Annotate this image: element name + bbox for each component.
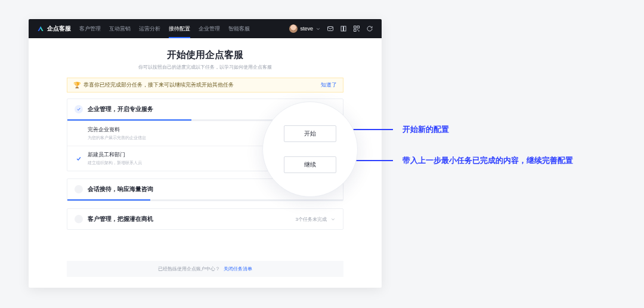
- close-tasks-link[interactable]: 关闭任务清单: [224, 266, 252, 272]
- section-header[interactable]: 客户管理，把握潜在商机 3个任务未完成: [67, 209, 343, 229]
- section-progress: [67, 199, 343, 201]
- mag-continue-button[interactable]: 继续: [284, 156, 336, 173]
- notice-banner: 🏆 恭喜你已经完成部分任务，接下来可以继续完善或开始其他任务 知道了: [67, 78, 343, 93]
- mail-icon[interactable]: [327, 25, 334, 32]
- svg-rect-4: [357, 26, 360, 29]
- section-title: 企业管理，开启专业服务: [88, 105, 153, 113]
- avatar: [289, 24, 298, 33]
- annotation-text: 开始新的配置: [402, 124, 449, 135]
- mag-start-button[interactable]: 开始: [284, 125, 336, 142]
- footer-strip: 已经熟练使用企点账户中心？ 关闭任务清单: [67, 261, 343, 277]
- chevron-down-icon: [315, 26, 321, 32]
- expand-toggle[interactable]: 3个任务未完成: [296, 216, 336, 223]
- task-unchecked-icon: ✓: [75, 130, 83, 138]
- section-title: 客户管理，把握潜在商机: [88, 215, 153, 223]
- user-name: steve: [300, 26, 313, 32]
- refresh-icon[interactable]: [366, 25, 373, 32]
- nav-item-customers[interactable]: 客户管理: [79, 19, 101, 38]
- chevron-down-icon: [330, 217, 336, 222]
- book-icon[interactable]: [340, 25, 347, 32]
- svg-rect-5: [354, 29, 357, 32]
- annotation-continue: 带入上一步最小任务已完成的内容，继续完善配置: [338, 155, 573, 166]
- section-meta: 3个任务未完成: [296, 216, 327, 223]
- nav-item-smart[interactable]: 智能客服: [228, 19, 250, 38]
- task-checked-icon: [75, 155, 83, 163]
- brand: 企点客服: [37, 24, 71, 33]
- section-customer-mgmt: 客户管理，把握潜在商机 3个任务未完成: [67, 208, 343, 230]
- brand-logo-icon: [37, 25, 44, 32]
- svg-rect-6: [357, 29, 358, 30]
- svg-rect-3: [354, 26, 357, 29]
- magnifier-callout: 开始 继续: [262, 101, 358, 197]
- page-title: 开始使用企点客服: [167, 49, 243, 61]
- annotation-text: 带入上一步最小任务已完成的内容，继续完善配置: [402, 155, 573, 166]
- footer-prompt: 已经熟练使用企点账户中心？: [158, 266, 220, 272]
- user-menu[interactable]: steve: [289, 24, 321, 33]
- nav-item-reception[interactable]: 接待配置: [169, 19, 190, 38]
- empty-circle-icon: [75, 215, 83, 223]
- page-subtitle: 你可以按照自己的进度完成以下任务，以学习如何使用企点客服: [138, 64, 272, 70]
- svg-rect-7: [358, 30, 360, 32]
- brand-name: 企点客服: [47, 24, 71, 33]
- svg-rect-1: [341, 26, 343, 31]
- trophy-icon: 🏆: [73, 82, 80, 88]
- check-circle-icon: [75, 105, 83, 113]
- nav-item-analytics[interactable]: 运营分析: [139, 19, 160, 38]
- banner-dismiss-link[interactable]: 知道了: [321, 81, 337, 89]
- topbar: 企点客服 客户管理 互动营销 运营分析 接待配置 企业管理 智能客服 steve: [29, 19, 382, 38]
- svg-rect-2: [344, 26, 346, 31]
- top-nav: 客户管理 互动营销 运营分析 接待配置 企业管理 智能客服: [79, 19, 289, 38]
- empty-circle-icon: [75, 185, 83, 193]
- nav-item-enterprise[interactable]: 企业管理: [199, 19, 220, 38]
- banner-text: 恭喜你已经完成部分任务，接下来可以继续完善或开始其他任务: [83, 81, 234, 89]
- section-title: 会话接待，响应海量咨询: [88, 185, 153, 193]
- nav-item-marketing[interactable]: 互动营销: [109, 19, 131, 38]
- topbar-right: steve: [289, 24, 373, 33]
- qr-icon[interactable]: [353, 25, 360, 32]
